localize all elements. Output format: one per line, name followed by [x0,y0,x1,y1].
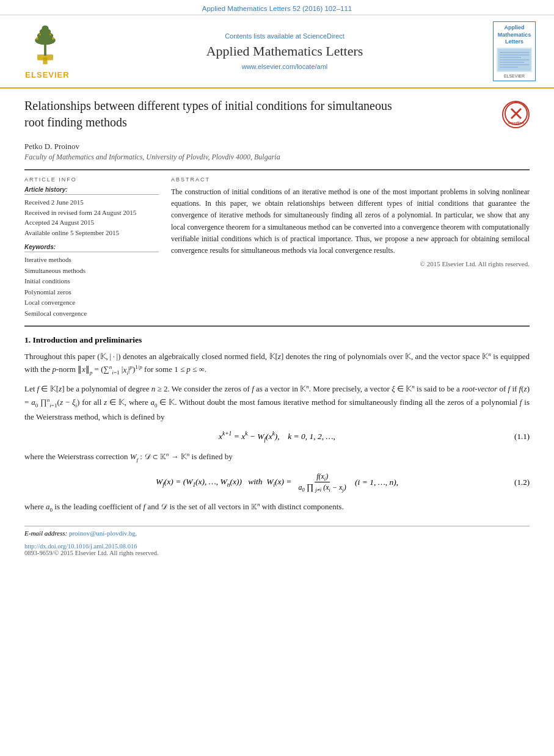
footnote-section: E-mail address: proinov@uni-plovdiv.bg. [24,526,530,537]
equation-1-1-content: xk+1 = xk − Wf(xk), k = 0, 1, 2, …, [219,431,335,442]
crossmark-text: CrossMark [504,101,528,128]
journal-citation-text: Applied Mathematics Letters 52 (2016) 10… [202,5,352,12]
footnote-email: E-mail address: proinov@uni-plovdiv.bg. [24,529,530,537]
elsevier-tree-icon [18,23,72,66]
title-row: Relationships between different types of… [24,98,530,137]
equation-1-1: xk+1 = xk − Wf(xk), k = 0, 1, 2, …, (1.1… [24,431,530,442]
journal-citation-bar: Applied Mathematics Letters 52 (2016) 10… [0,0,554,15]
section1-para3: where the Weierstrass correction Wf : 𝒟 … [24,450,530,465]
email-label: E-mail address: [24,529,69,537]
abstract-column: ABSTRACT The construction of initial con… [171,176,530,319]
article-history: Received 2 June 2015 Received in revised… [24,197,159,238]
article-info-label: ARTICLE INFO [24,176,159,183]
equation-1-2: Wf(x) = (W1(x), …, Wn(x)) with Wi(x) = f… [24,472,530,493]
revised-date: Received in revised form 24 August 2015 [24,208,159,218]
doi-link[interactable]: http://dx.doi.org/10.1016/j.aml.2015.08.… [24,543,530,550]
abstract-text: The construction of initial conditions o… [171,186,530,256]
svg-point-6 [42,26,48,31]
section1-heading: 1. Introduction and preliminaries [24,335,530,345]
keyword-3: Initial conditions [24,276,159,287]
journal-logo-image [497,48,532,72]
eq-fraction-1-2: f(xi) a0 ∏ j≠i (xi − xj) [297,472,348,493]
article-history-label: Article history: [24,186,159,195]
email-address[interactable]: proinov@uni-plovdiv.bg. [69,529,137,537]
info-abstract-section: ARTICLE INFO Article history: Received 2… [24,176,530,319]
keyword-1: Iterative methods [24,255,159,266]
article-title: Relationships between different types of… [24,98,403,131]
elsevier-brand-text: ELSEVIER [18,70,76,79]
section-divider [24,325,530,327]
svg-text:CrossMark: CrossMark [508,121,524,125]
elsevier-logo: ELSEVIER [18,23,76,79]
svg-point-10 [49,34,51,35]
svg-point-8 [52,37,54,40]
header-divider [24,169,530,170]
bottom-copyright: 0893-9659/© 2015 Elsevier Ltd. All right… [24,550,530,556]
svg-point-7 [36,37,38,40]
section1-para2: Let f ∈ 𝕂[z] be a polynomial of degree n… [24,382,530,423]
keyword-6: Semilocal convergence [24,308,159,319]
keyword-5: Local convergence [24,297,159,308]
svg-rect-1 [43,57,47,64]
equation-1-1-number: (1.1) [514,432,530,442]
doi-section: http://dx.doi.org/10.1016/j.aml.2015.08.… [24,543,530,556]
accepted-date: Accepted 24 August 2015 [24,217,159,228]
section1-para1: Throughout this paper (𝕂, | · |) denotes… [24,350,530,378]
svg-point-9 [39,34,41,35]
journal-center: Contents lists available at ScienceDirec… [89,32,481,70]
journal-logo-sub: ELSEVIER [496,74,533,78]
section1-para4: where a0 is the leading coefficient of f… [24,500,530,515]
abstract-copyright: © 2015 Elsevier Ltd. All rights reserved… [171,260,530,267]
received-date: Received 2 June 2015 [24,197,159,208]
equation-1-2-content: Wf(x) = (W1(x), …, Wn(x)) with Wi(x) = f… [156,472,398,493]
svg-rect-2 [44,43,46,56]
crossmark-badge[interactable]: CrossMark [502,101,530,128]
journal-header: ELSEVIER Contents lists available at Sci… [0,15,554,89]
keyword-2: Simultaneous methods [24,266,159,277]
author-name: Petko D. Proinov [24,142,530,151]
journal-logo-right: AppliedMathematicsLetters ELSEVIER [493,21,536,81]
abstract-label: ABSTRACT [171,176,530,183]
article-info-column: ARTICLE INFO Article history: Received 2… [24,176,159,319]
keyword-4: Polynomial zeros [24,287,159,298]
journal-logo-title: AppliedMathematicsLetters [496,24,533,46]
main-content: Relationships between different types of… [0,89,554,569]
sciencedirect-notice: Contents lists available at ScienceDirec… [89,32,481,40]
available-date: Available online 5 September 2015 [24,228,159,238]
keywords-label: Keywords: [24,244,159,252]
journal-url[interactable]: www.elsevier.com/locate/aml [89,63,481,70]
author-affiliation: Faculty of Mathematics and Informatics, … [24,153,530,162]
equation-1-2-number: (1.2) [514,478,530,487]
keywords-list: Iterative methods Simultaneous methods I… [24,255,159,319]
journal-title: Applied Mathematics Letters [89,43,481,59]
